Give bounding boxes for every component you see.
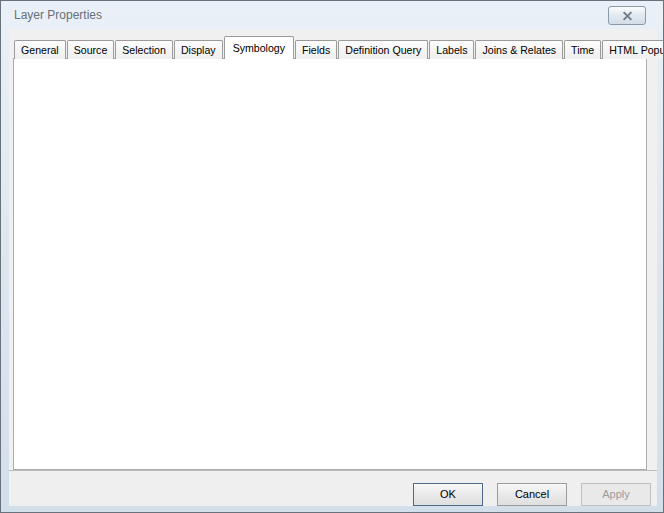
window-title: Layer Properties [14,8,102,22]
cancel-button[interactable]: Cancel [497,483,567,506]
dialog-button-bar: OK Cancel Apply [9,470,657,506]
title-bar[interactable]: Layer Properties [1,1,663,29]
close-icon [622,10,633,21]
symbology-tab-page [13,58,647,470]
tab-selection[interactable]: Selection [115,40,173,59]
tab-display[interactable]: Display [174,40,223,59]
layer-properties-dialog: Layer Properties General Source Selectio… [0,0,664,513]
ok-button[interactable]: OK [413,483,483,506]
apply-button[interactable]: Apply [581,483,651,506]
tab-time[interactable]: Time [564,40,601,59]
tab-definition-query[interactable]: Definition Query [338,40,428,59]
close-button[interactable] [608,6,646,25]
tab-labels[interactable]: Labels [429,40,474,59]
tab-fields[interactable]: Fields [295,40,337,59]
tab-general[interactable]: General [14,40,66,59]
tab-joins-relates[interactable]: Joins & Relates [475,40,563,59]
tab-symbology[interactable]: Symbology [224,36,294,59]
tab-strip: General Source Selection Display Symbolo… [14,37,664,59]
tab-source[interactable]: Source [67,40,115,59]
tab-html-popup[interactable]: HTML Popup [602,40,664,59]
